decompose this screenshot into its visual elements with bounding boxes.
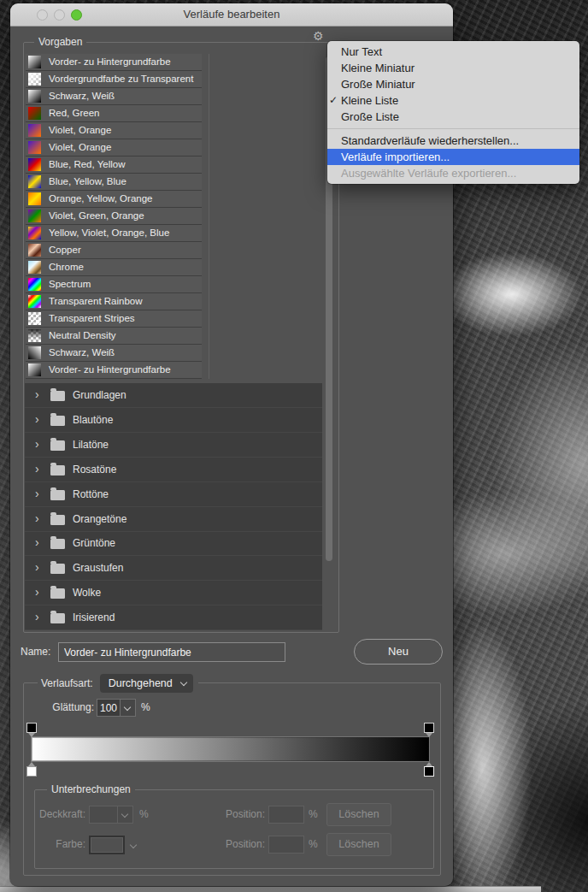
- minimize-button[interactable]: [54, 9, 65, 21]
- close-button[interactable]: [37, 9, 48, 21]
- dialog-titlebar[interactable]: Verläufe bearbeiten: [10, 3, 453, 27]
- gradient-thumbnail-icon: [28, 73, 41, 86]
- opacity-stop-right[interactable]: [424, 723, 434, 733]
- opacity-stop-left[interactable]: [26, 723, 37, 733]
- chevron-right-icon[interactable]: ›: [35, 408, 39, 431]
- gradient-thumbnail-icon: [28, 363, 41, 376]
- folder-icon: [50, 515, 65, 525]
- chevron-right-icon[interactable]: ›: [35, 605, 39, 629]
- preset-row[interactable]: Violet, Orange: [26, 139, 202, 156]
- gradient-thumbnail-icon: [28, 312, 41, 325]
- preset-name: Transparent Stripes: [49, 310, 135, 327]
- preset-name: Neutral Density: [49, 328, 116, 344]
- folder-row[interactable]: ›Rottöne: [25, 482, 322, 507]
- menu-item[interactable]: Ausgewählte Verläufe exportieren...: [327, 165, 579, 181]
- chevron-right-icon[interactable]: ›: [35, 482, 39, 505]
- opacity-input[interactable]: [89, 806, 118, 824]
- preset-row[interactable]: Blue, Red, Yellow: [26, 157, 202, 173]
- opacity-label: Deckkraft:: [24, 806, 85, 824]
- chevron-right-icon[interactable]: ›: [35, 433, 39, 456]
- new-button[interactable]: Neu: [354, 639, 443, 665]
- preset-row[interactable]: Spectrum: [26, 276, 202, 292]
- smoothness-dropdown[interactable]: [121, 699, 136, 717]
- folder-icon: [50, 465, 65, 476]
- name-input[interactable]: [58, 642, 285, 662]
- stop-pointer-icon: [28, 762, 35, 766]
- color-position-percent: %: [309, 836, 318, 854]
- gradient-bar[interactable]: [32, 737, 429, 761]
- preset-row[interactable]: Schwarz, Weiß: [26, 88, 202, 104]
- preset-row[interactable]: Yellow, Violet, Orange, Blue: [26, 225, 202, 241]
- preset-name: Schwarz, Weiß: [49, 88, 115, 104]
- preset-name: Orange, Yellow, Orange: [49, 191, 152, 207]
- opacity-dropdown[interactable]: [118, 806, 133, 824]
- folder-icon: [50, 539, 65, 549]
- chevron-right-icon[interactable]: ›: [35, 383, 39, 406]
- gradient-type-row: Verlaufsart: Durchgehend: [38, 673, 198, 694]
- preset-name: Blue, Yellow, Blue: [49, 174, 126, 190]
- gradient-type-dropdown[interactable]: Durchgehend: [100, 674, 193, 693]
- opacity-position-input[interactable]: [268, 806, 304, 824]
- smoothness-input[interactable]: [97, 699, 121, 717]
- chevron-right-icon[interactable]: ›: [35, 458, 39, 481]
- chevron-right-icon[interactable]: ›: [35, 507, 39, 530]
- folder-row[interactable]: ›Grundlagen: [25, 383, 322, 408]
- gradient-type-value: Durchgehend: [109, 677, 173, 689]
- color-position-input[interactable]: [268, 836, 304, 854]
- menu-item[interactable]: Kleine Miniatur: [327, 60, 579, 76]
- chevron-right-icon[interactable]: ›: [35, 531, 39, 554]
- menu-item[interactable]: ✓Kleine Liste: [327, 92, 579, 109]
- delete-opacity-stop-button[interactable]: Löschen: [326, 803, 391, 826]
- chevron-down-icon: [121, 811, 128, 818]
- menu-item[interactable]: Standardverläufe wiederherstellen...: [327, 133, 579, 149]
- folder-row[interactable]: ›Lilatöne: [25, 433, 322, 458]
- folder-row[interactable]: ›Graustufen: [25, 556, 322, 581]
- menu-item[interactable]: Nur Text: [327, 44, 579, 60]
- preset-row[interactable]: Transparent Rainbow: [26, 293, 202, 310]
- delete-color-stop-button[interactable]: Löschen: [326, 833, 391, 856]
- folder-row[interactable]: ›Grüntöne: [25, 531, 322, 556]
- preset-row[interactable]: Schwarz, Weiß: [26, 345, 202, 361]
- chevron-right-icon[interactable]: ›: [35, 581, 39, 604]
- color-label: Farbe:: [24, 836, 85, 854]
- folder-row[interactable]: ›Rosatöne: [25, 458, 322, 482]
- zoom-button[interactable]: [71, 9, 82, 21]
- folder-name: Lilatöne: [73, 433, 109, 457]
- gradient-type-label: Verlaufsart:: [41, 677, 93, 689]
- gradient-thumbnail-icon: [28, 278, 41, 291]
- folder-row[interactable]: ›Wolke: [25, 581, 322, 605]
- preset-row[interactable]: Transparent Stripes: [26, 310, 202, 327]
- folder-row[interactable]: ›Orangetöne: [25, 507, 322, 532]
- preset-row[interactable]: Neutral Density: [26, 328, 202, 344]
- menu-item[interactable]: Verläufe importieren...: [327, 149, 579, 165]
- preset-row[interactable]: Vorder- zu Hintergrundfarbe: [26, 362, 202, 378]
- gear-icon[interactable]: ⚙: [313, 29, 324, 43]
- menu-item[interactable]: Große Liste: [327, 109, 579, 125]
- color-swatch[interactable]: [89, 836, 125, 854]
- gradient-thumbnail-icon: [28, 124, 41, 137]
- preset-row[interactable]: Chrome: [26, 259, 202, 275]
- preset-row[interactable]: Copper: [26, 242, 202, 258]
- preset-row[interactable]: Blue, Yellow, Blue: [26, 174, 202, 190]
- menu-separator: [327, 128, 579, 129]
- preset-row[interactable]: Violet, Green, Orange: [26, 208, 202, 224]
- color-stop-left[interactable]: [26, 766, 37, 777]
- chevron-right-icon[interactable]: ›: [35, 556, 39, 579]
- folder-name: Grüntöne: [73, 531, 115, 555]
- folder-row[interactable]: ›Irisierend: [25, 605, 322, 630]
- preset-row[interactable]: Red, Green: [26, 105, 202, 121]
- gradient-thumbnail-icon: [28, 244, 41, 257]
- preset-row[interactable]: Vordergrundfarbe zu Transparent: [26, 71, 202, 87]
- preset-name: Blue, Red, Yellow: [49, 157, 126, 173]
- opacity-position-label: Position:: [205, 806, 265, 824]
- preset-name: Red, Green: [49, 105, 99, 121]
- folder-row[interactable]: ›Blautöne: [25, 408, 322, 433]
- smoothness-percent: %: [141, 699, 150, 717]
- color-stop-right[interactable]: [424, 766, 434, 777]
- preset-row[interactable]: Violet, Orange: [26, 122, 202, 139]
- preset-name: Vorder- zu Hintergrundfarbe: [49, 54, 171, 70]
- preset-row[interactable]: Orange, Yellow, Orange: [26, 191, 202, 207]
- menu-item[interactable]: Große Miniatur: [327, 76, 579, 92]
- stops-panel: Unterbrechungen: [34, 789, 434, 869]
- preset-row[interactable]: Vorder- zu Hintergrundfarbe: [26, 54, 202, 70]
